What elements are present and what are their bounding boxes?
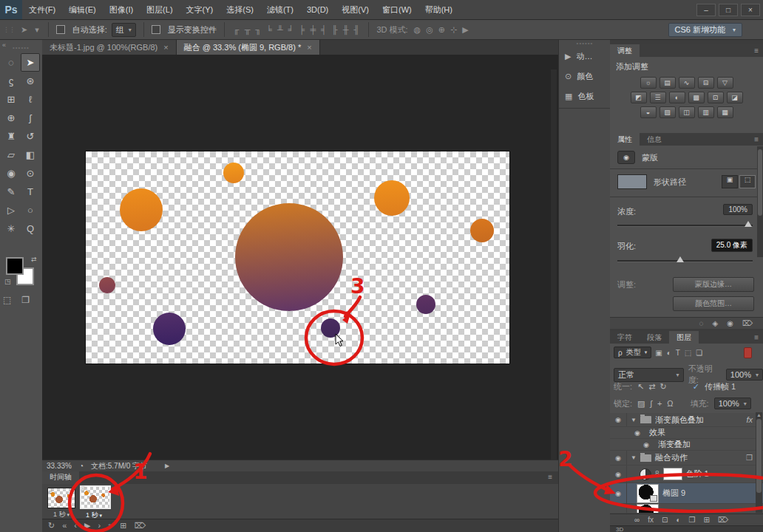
invert-icon[interactable]: ◒	[640, 106, 657, 118]
dock-grip[interactable]: ••••••	[559, 40, 611, 47]
workspace-switcher[interactable]: CS6 新增功能	[668, 23, 742, 37]
layer-row-ellipse-9[interactable]: ◉ 椭圆 9	[610, 483, 763, 504]
filter-toggle[interactable]	[744, 347, 752, 358]
filter-shape-layers-icon[interactable]: ⬚	[685, 349, 691, 357]
layer-thumbnail[interactable]	[637, 484, 659, 503]
feather-value[interactable]: 25.0 像素	[711, 239, 753, 252]
close-tab-icon[interactable]: ×	[163, 43, 168, 52]
gradient-tool[interactable]: ◧	[21, 146, 40, 164]
brush-tool[interactable]: ʃ	[21, 109, 40, 127]
close-button[interactable]: ×	[741, 4, 760, 16]
path-selection-tool[interactable]: ▷	[1, 201, 21, 219]
current-tool-icon[interactable]: ➤	[19, 25, 29, 35]
brightness-contrast-icon[interactable]: ☼	[640, 77, 657, 89]
lock-all-icon[interactable]: Ω	[667, 399, 673, 409]
disable-mask-icon[interactable]: ◉	[727, 319, 733, 327]
fill-dropdown[interactable]: 100%	[714, 398, 751, 409]
visibility-eye-icon[interactable]: ◉	[610, 413, 627, 426]
shape-path-thumbnail[interactable]	[617, 174, 647, 189]
panel-menu-icon[interactable]: ≡	[754, 135, 759, 143]
3d-slide-icon[interactable]: ⊹	[449, 25, 458, 35]
loop-option-dropdown[interactable]: ↻	[48, 521, 55, 531]
tab-3d[interactable]: 3D	[610, 525, 763, 532]
menu-view[interactable]: 视图(V)	[335, 0, 376, 19]
properties-scrollbar[interactable]	[757, 146, 763, 257]
filter-adjustment-layers-icon[interactable]: ◐	[667, 349, 671, 357]
new-adjustment-layer-icon[interactable]: ◐	[676, 516, 680, 524]
auto-select-checkbox[interactable]	[56, 25, 65, 34]
unify-visibility-icon[interactable]: ⇄	[648, 382, 655, 392]
distribute-left-icon[interactable]: ╟	[330, 25, 339, 34]
menu-window[interactable]: 窗口(W)	[376, 0, 418, 19]
align-top-edges-icon[interactable]: ╘	[265, 25, 274, 34]
opacity-dropdown[interactable]: 100%	[726, 369, 763, 381]
swap-colors-icon[interactable]: ⇄	[31, 256, 37, 263]
type-tool[interactable]: T	[21, 183, 40, 201]
crop-tool[interactable]: ⊞	[1, 90, 21, 109]
3d-drag-icon[interactable]: ⊕	[437, 25, 447, 35]
color-balance-icon[interactable]: ☰	[650, 92, 666, 103]
channel-mixer-icon[interactable]: ⊡	[708, 92, 724, 103]
dodge-tool[interactable]: ⊙	[21, 164, 40, 183]
visibility-eye-icon[interactable]: ◉	[629, 427, 645, 438]
delete-layer-icon[interactable]: ⌦	[718, 516, 728, 524]
play-button[interactable]: ▶	[84, 521, 90, 531]
tool-preset-arrow-icon[interactable]: ▾	[33, 25, 41, 35]
quick-selection-tool[interactable]: ⊛	[21, 72, 40, 90]
layer-mask-thumbnail[interactable]	[663, 468, 682, 480]
auto-select-dropdown[interactable]: 组	[112, 23, 136, 37]
next-frame-button[interactable]: ›	[98, 521, 101, 530]
filter-type-layers-icon[interactable]: T	[676, 349, 680, 357]
tab-layers[interactable]: 图层	[669, 331, 699, 344]
align-v-centers-icon[interactable]: ╨	[276, 25, 285, 34]
minimize-button[interactable]: –	[696, 4, 716, 16]
pasteboard[interactable]	[42, 55, 558, 460]
density-slider[interactable]	[617, 225, 753, 227]
curves-icon[interactable]: ∿	[679, 77, 695, 89]
animation-panel-button[interactable]: ▶ 动…	[559, 47, 611, 66]
collapse-toolbar-icon[interactable]: «	[2, 41, 6, 49]
layer-filter-dropdown[interactable]: ρ类型▾	[614, 347, 651, 358]
panel-menu-icon[interactable]: ≡	[754, 333, 759, 341]
menu-filter[interactable]: 滤镜(T)	[260, 0, 300, 19]
align-h-centers-icon[interactable]: ╥	[243, 25, 252, 34]
align-right-edges-icon[interactable]: ╖	[254, 25, 262, 34]
swatches-panel-button[interactable]: ▦ 色板	[559, 86, 611, 106]
lock-pixels-icon[interactable]: ʃ	[650, 399, 651, 409]
layer-row-levels-1[interactable]: ◉ 8 色阶 1	[610, 466, 763, 483]
tab-paragraph[interactable]: 段落	[640, 331, 669, 344]
maximize-button[interactable]: □	[719, 4, 738, 16]
document-tab-untitled[interactable]: 未标题-1.jpg @ 100%(RGB/8) ×	[42, 40, 177, 55]
density-value[interactable]: 100%	[723, 204, 753, 215]
distribute-bottom-icon[interactable]: ╡	[319, 25, 328, 34]
lasso-tool[interactable]: ϛ	[1, 72, 21, 90]
menu-type[interactable]: 文字(Y)	[180, 0, 220, 19]
feather-slider[interactable]	[617, 260, 753, 262]
blur-tool[interactable]: ◉	[1, 164, 21, 183]
menu-select[interactable]: 选择(S)	[220, 0, 260, 19]
pixel-mask-button-icon[interactable]: ▣	[722, 175, 738, 188]
layer-row-blend-action-group[interactable]: ◉ ▼ 融合动作 ❐	[610, 451, 763, 466]
layer-row-partial[interactable]	[610, 504, 763, 514]
menu-layer[interactable]: 图层(L)	[140, 0, 179, 19]
eraser-tool[interactable]: ▱	[1, 146, 21, 164]
lock-transparency-icon[interactable]: ▨	[637, 399, 645, 409]
new-layer-icon[interactable]: ⊞	[703, 516, 709, 524]
new-group-icon[interactable]: ❐	[688, 516, 695, 524]
zoom-level[interactable]: 33.33%	[47, 462, 72, 470]
tab-adjustments[interactable]: 调整	[610, 44, 640, 57]
threshold-icon[interactable]: ◫	[679, 106, 695, 118]
visibility-eye-icon[interactable]: ◉	[610, 451, 627, 465]
blend-mode-dropdown[interactable]: 正常	[614, 368, 684, 382]
status-flyout-icon[interactable]: ▶	[165, 463, 169, 469]
first-frame-button[interactable]: «	[62, 521, 67, 530]
3d-roll-icon[interactable]: ◎	[424, 25, 435, 35]
menu-3d[interactable]: 3D(D)	[300, 0, 335, 19]
expand-triangle-icon[interactable]: ▼	[631, 417, 637, 423]
menu-edit[interactable]: 编辑(E)	[62, 0, 103, 19]
tab-info[interactable]: 信息	[640, 133, 669, 146]
menu-file[interactable]: 文件(F)	[22, 0, 62, 19]
gradient-map-icon[interactable]: ▦	[717, 106, 733, 118]
panel-menu-icon[interactable]: ≡	[754, 47, 759, 55]
expand-triangle-icon[interactable]: ▼	[631, 454, 637, 461]
